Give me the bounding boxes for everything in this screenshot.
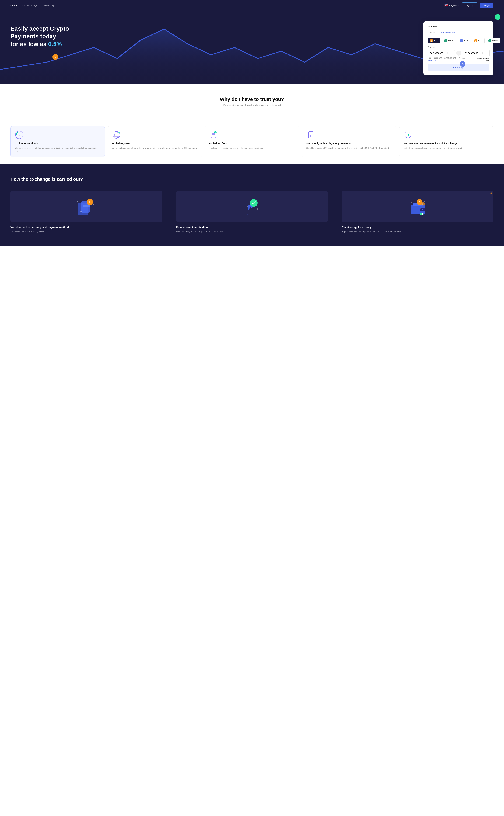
eth-float-icon [460,61,465,67]
to-amount-input[interactable]: 21.00000000 ETH BTC USDT [463,50,490,56]
trust-subtitle: We accept payments from virtually anywhe… [11,104,493,106]
svg-text:₿: ₿ [419,201,420,203]
feature-title-1: Global Payment [112,142,198,145]
how-step-3: ₿ ₿ Receive cryptocurrency Expect the re… [342,191,493,233]
trust-section: Why do I have to trust you? We accept pa… [0,84,504,164]
feature-desc-4: Instant processing of exchange operation… [404,147,489,150]
feature-card-1: + Global Payment We accept payments from… [108,126,202,157]
svg-point-30 [81,211,82,212]
source-link[interactable]: banknn.ru [428,59,436,61]
svg-point-31 [250,199,258,207]
coin-eth-to[interactable]: Ξ ETH [502,38,504,43]
svg-point-45 [422,213,423,215]
coin-btc-to-label: BTC [478,39,482,42]
chevron-down-icon: ▾ [458,4,459,7]
rate-info: 1.00000000 BTC = 8 915.00 USD Source: ba… [428,57,473,61]
signup-button[interactable]: Sign up [462,2,477,8]
coin-eth-from-label: ETH [464,39,468,42]
hero-section: Easily accept Crypto Payments today for … [0,11,504,84]
dollar-rotate-icon [404,130,412,139]
feature-card-4: We have our own reserves for quick excha… [399,126,493,157]
nav-home[interactable]: Home [11,4,17,7]
how-section: How the exchange is carried out? ₿ + [0,164,504,245]
how-step-2: Pass account verification Upload identit… [176,191,328,233]
commission-info: Commission: 10% [473,57,489,62]
svg-point-37 [422,209,423,210]
tab-fast-buy[interactable]: Fast buy [428,31,436,35]
language-label: English [449,4,457,7]
step-2-desc: Upload identity document (passport/drive… [176,230,328,233]
from-amount-value: 30.00000000 [430,52,443,54]
btc-icon: ₿ [430,39,433,42]
login-button[interactable]: Login [480,3,493,8]
coin-usdt-to[interactable]: ₮ USDT [486,38,500,43]
exchange-button[interactable]: Exchange [428,64,489,71]
prev-arrow[interactable]: ← [479,115,485,121]
feature-card-0: 5 minutes verification We strive to ensu… [11,126,105,157]
feature-desc-0: We strive to ensure fast data processing… [15,147,100,153]
flag-icon: 🇬🇧 [445,4,448,7]
svg-text:+: + [83,206,85,209]
coin-usdt-from-label: USDT [448,39,454,42]
btc-to-icon: ₿ [474,39,477,42]
main-nav: Home Our advantages We Accept [11,4,55,7]
hero-title: Easily accept Crypto Payments today for … [11,25,413,48]
swap-icon[interactable]: ⇌ [456,51,461,55]
wallet-card: Wallets Fast buy Fast exchange ₿ BTC ₮ U… [423,21,493,75]
coin-btc-to[interactable]: ₿ BTC [472,38,485,43]
to-currency-select[interactable]: ETH BTC USDT [478,52,487,54]
svg-text:↑: ↑ [497,16,498,18]
language-selector[interactable]: 🇬🇧 English ▾ [445,4,459,7]
usdt-to-icon: ₮ [488,39,491,42]
svg-point-42 [411,202,412,203]
coin-btc-from[interactable]: ₿ BTC [428,38,440,43]
how-title: How the exchange is carried out? [11,176,493,182]
feature-desc-1: We accept payments from virtually anywhe… [112,147,198,150]
svg-text:₿: ₿ [89,200,90,203]
svg-rect-16 [309,131,313,138]
step-1-desc: We accept: Visa, Mastercard, SEPA [11,230,162,233]
feature-card-2: + No hidden fees The best commission str… [205,126,299,157]
svg-point-43 [424,201,425,202]
nav-accept[interactable]: We Accept [44,4,55,7]
no-fee-icon: + [209,130,218,139]
wallet-title: Wallets [428,25,489,28]
to-amount-value: 21.00000000 [465,52,478,54]
coin-usdt-to-label: USDT [492,39,498,42]
coin-eth-from[interactable]: Ξ ETH [458,38,470,43]
svg-text:+: + [215,131,216,133]
eth-from-icon: Ξ [460,39,463,42]
feature-title-3: We comply with all legal requirements [306,142,392,145]
svg-text:+: + [118,132,119,133]
feature-desc-3: Safe Currency is a UK registered company… [306,147,392,150]
step-3-image: ₿ ₿ [342,191,493,222]
hero-text: Easily accept Crypto Payments today for … [11,21,413,48]
how-steps: ₿ + You choose the currency and payment … [11,191,493,233]
btc-float-icon: ₿ [53,54,58,60]
eth-float2-icon: ↑ [495,14,501,20]
usdt-icon: ₮ [444,39,447,42]
step-3-title: Receive cryptocurrency [342,226,493,229]
step-2-image [176,191,328,222]
nav-advantages[interactable]: Our advantages [22,4,39,7]
document-icon [306,130,315,139]
next-arrow[interactable]: → [488,115,493,121]
svg-point-29 [93,204,94,205]
amount-row: 30.00000000 BTC ETH USDT ⇌ 21.00000000 E… [428,50,489,56]
step-3-desc: Expect the receipt of cryptocurrency at … [342,230,493,233]
coin-btc-from-label: BTC [434,39,438,42]
amount-label: Amount [428,46,489,48]
tab-fast-exchange[interactable]: Fast exchange [440,31,455,35]
step-2-title: Pass account verification [176,226,328,229]
trust-title: Why do I have to trust you? [11,96,493,102]
feature-title-4: We have our own reserves for quick excha… [404,142,489,145]
svg-point-28 [77,201,78,202]
from-currency-select[interactable]: BTC ETH USDT [443,52,453,54]
globe-icon: + [112,130,121,139]
from-amount-input[interactable]: 30.00000000 BTC ETH USDT [428,50,455,56]
header-right: 🇬🇧 English ▾ Sign up Login [445,2,493,8]
feature-title-2: No hidden fees [209,142,295,145]
coin-usdt-from[interactable]: ₮ USDT [442,38,456,43]
feature-card-3: We comply with all legal requirements Sa… [302,126,396,157]
step-1-title: You choose the currency and payment meth… [11,226,162,229]
